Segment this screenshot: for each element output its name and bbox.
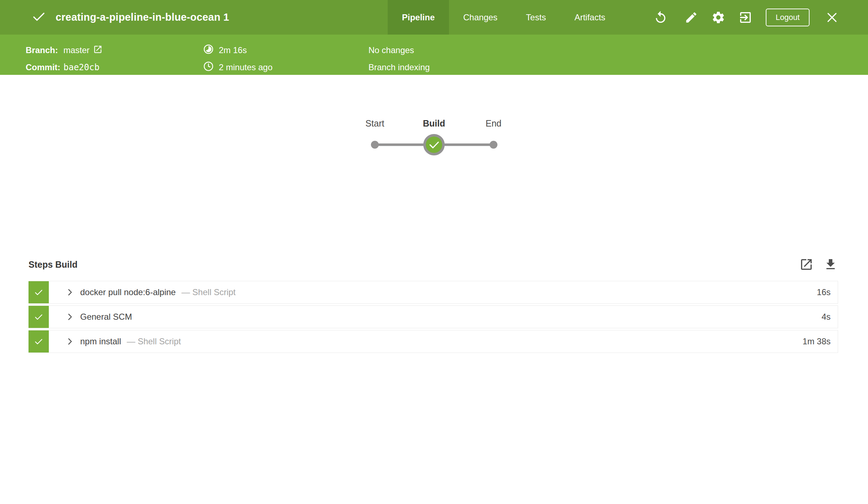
download-icon[interactable] (823, 257, 838, 272)
pipeline-graph-canvas (363, 133, 498, 158)
step-duration: 16s (817, 281, 838, 303)
branch-commit-column: Branch: master Commit: bae20cb (26, 42, 103, 76)
step-type: — Shell Script (181, 281, 236, 303)
graph-label-start: Start (366, 118, 384, 129)
header-bar: creating-a-pipeline-in-blue-ocean 1 Pipe… (0, 0, 868, 35)
logout-button[interactable]: Logout (766, 9, 810, 26)
run-cause-text: Branch indexing (368, 59, 430, 76)
open-in-new-icon[interactable] (799, 257, 814, 272)
tab-tests[interactable]: Tests (512, 0, 560, 35)
success-check-icon (31, 9, 46, 26)
duration-text: 2m 16s (219, 45, 247, 55)
branch-row: Branch: master (26, 42, 103, 59)
steps-header: Steps Build (29, 255, 838, 274)
graph-label-build: Build (423, 118, 445, 129)
gear-icon[interactable] (710, 9, 727, 26)
tab-pipeline[interactable]: Pipeline (388, 0, 449, 35)
step-row[interactable]: docker pull node:6-alpine — Shell Script… (29, 281, 838, 304)
step-duration: 1m 38s (802, 330, 838, 353)
replay-icon[interactable] (652, 9, 669, 26)
end-node-dot (490, 141, 497, 149)
branch-link[interactable]: master (63, 45, 103, 56)
step-type: — Shell Script (127, 330, 181, 353)
commit-hash: bae20cb (63, 62, 99, 72)
tab-changes[interactable]: Changes (449, 0, 512, 35)
page-title: creating-a-pipeline-in-blue-ocean 1 (56, 11, 229, 23)
build-node-success[interactable] (425, 135, 444, 154)
edit-pencil-icon[interactable] (683, 9, 699, 26)
duration-icon (203, 44, 214, 57)
step-success-icon (29, 281, 49, 303)
tab-artifacts[interactable]: Artifacts (560, 0, 620, 35)
graph-label-end: End (486, 118, 501, 129)
external-link-icon (93, 45, 103, 56)
steps-heading: Steps Build (29, 259, 78, 270)
steps-list: docker pull node:6-alpine — Shell Script… (29, 281, 838, 355)
step-duration: 4s (822, 306, 838, 328)
completed-row: 2 minutes ago (203, 59, 273, 76)
step-row[interactable]: General SCM 4s (29, 305, 838, 328)
clock-icon (203, 61, 214, 74)
changes-text: No changes (368, 42, 430, 59)
changes-column: No changes Branch indexing (368, 42, 430, 76)
branch-label: Branch: (26, 45, 63, 55)
close-icon[interactable] (824, 9, 840, 26)
step-name: npm install (80, 330, 121, 353)
time-column: 2m 16s 2 minutes ago (203, 42, 273, 76)
commit-label: Commit: (26, 62, 63, 72)
chevron-right-icon[interactable] (65, 281, 74, 303)
duration-row: 2m 16s (203, 42, 273, 59)
run-title-group: creating-a-pipeline-in-blue-ocean 1 (31, 0, 229, 35)
header-actions: Logout (652, 0, 868, 35)
step-name: General SCM (80, 306, 132, 328)
step-success-icon (29, 306, 49, 328)
step-name: docker pull node:6-alpine (80, 281, 176, 303)
step-row[interactable]: npm install — Shell Script 1m 38s (29, 330, 838, 353)
tab-bar: Pipeline Changes Tests Artifacts (388, 0, 620, 35)
steps-header-actions (799, 257, 838, 272)
chevron-right-icon[interactable] (65, 306, 74, 328)
step-success-icon (29, 330, 49, 353)
start-node-dot (371, 141, 379, 149)
commit-row: Commit: bae20cb (26, 59, 103, 76)
pipeline-graph: Start Build End (363, 118, 498, 161)
completed-ago-text: 2 minutes ago (219, 62, 273, 72)
chevron-right-icon[interactable] (65, 330, 74, 353)
run-info-bar: Branch: master Commit: bae20cb 2m 16s (0, 35, 868, 75)
exit-to-app-icon[interactable] (737, 9, 754, 26)
blue-ocean-run-page: creating-a-pipeline-in-blue-ocean 1 Pipe… (0, 0, 868, 504)
